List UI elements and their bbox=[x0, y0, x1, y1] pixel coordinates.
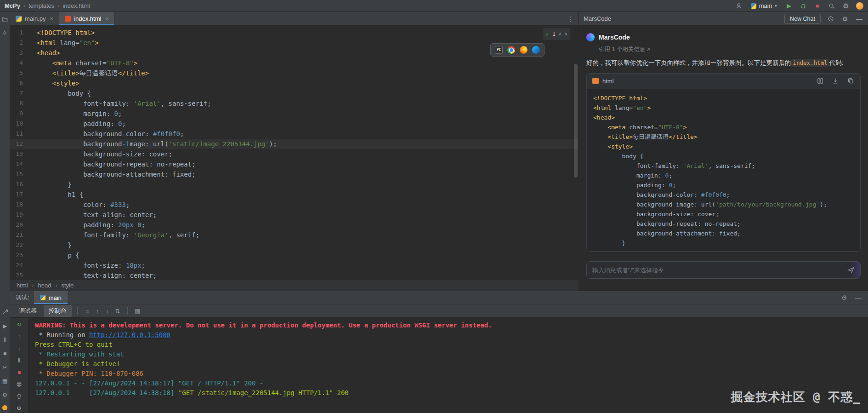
scrollbar[interactable] bbox=[574, 64, 578, 178]
code-line-21[interactable]: 21 font-family: 'Georgia', serif; bbox=[10, 230, 579, 240]
code-line-18[interactable]: 18 color: #333; bbox=[10, 200, 579, 210]
code-line-24[interactable]: 24 font-size: 18px; bbox=[10, 260, 579, 270]
history-icon[interactable] bbox=[827, 15, 835, 23]
close-icon[interactable]: × bbox=[50, 15, 54, 22]
debug-session-tab[interactable]: main bbox=[34, 291, 68, 304]
rerun-icon[interactable]: ↻ bbox=[16, 321, 23, 328]
copy-icon[interactable] bbox=[846, 77, 855, 85]
chat-input-field[interactable] bbox=[592, 267, 844, 274]
code-line-7[interactable]: 7 body { bbox=[10, 88, 579, 98]
settings-gear-icon[interactable]: ⚙ bbox=[16, 405, 23, 412]
close-icon[interactable]: × bbox=[105, 15, 109, 22]
code-line-20[interactable]: 20 padding: 20px 0; bbox=[10, 220, 579, 230]
debug-button[interactable] bbox=[799, 2, 807, 10]
pause-icon[interactable]: ‖ bbox=[16, 357, 23, 364]
code-line-11[interactable]: 11 background-color: #f0f0f0; bbox=[10, 129, 579, 139]
reference-link[interactable]: 引用 1 个相关信息 > bbox=[599, 46, 861, 53]
breadcrumb-folder[interactable]: templates bbox=[28, 2, 54, 9]
code-line-13[interactable]: 13 background-size: cover; bbox=[10, 149, 579, 159]
code-line-5[interactable]: 5 <title>每日温馨话语</title> bbox=[10, 68, 579, 78]
code-line-16[interactable]: 16 } bbox=[10, 179, 579, 189]
minimize-icon[interactable]: — bbox=[854, 293, 862, 302]
code-line-15[interactable]: 15 background-attachment: fixed; bbox=[10, 169, 579, 179]
insert-icon[interactable] bbox=[831, 77, 840, 85]
avatar[interactable] bbox=[856, 2, 863, 10]
tab-index-html[interactable]: index.html × bbox=[59, 12, 115, 25]
step-up-icon[interactable]: ↑ bbox=[16, 333, 23, 340]
tab-main-py[interactable]: main.py × bbox=[10, 12, 59, 25]
pause-tool-icon[interactable]: ‖ bbox=[1, 336, 8, 343]
layout-icon[interactable]: ▦ bbox=[133, 307, 142, 315]
scroll-down-icon[interactable]: ↓ bbox=[103, 307, 112, 315]
send-icon[interactable] bbox=[847, 266, 855, 274]
chrome-icon[interactable] bbox=[507, 46, 515, 54]
clear-icon[interactable] bbox=[16, 393, 23, 400]
breadcrumb-style[interactable]: style bbox=[61, 282, 74, 289]
tab-console[interactable]: 控制台 bbox=[44, 305, 72, 317]
code-text: text-align: center; bbox=[26, 210, 157, 220]
package-icon[interactable] bbox=[2, 405, 7, 410]
line-number: 7 bbox=[10, 88, 26, 98]
inspections-widget[interactable]: ✓ 1 ∧ ∨ bbox=[543, 28, 570, 40]
pycharm-preview-icon[interactable]: PC bbox=[495, 46, 503, 54]
line-number: 12 bbox=[10, 139, 26, 149]
snippet-code: <!DOCTYPE html><html lang="en"><head> <m… bbox=[587, 89, 860, 251]
grid-icon[interactable]: ▦ bbox=[1, 378, 8, 384]
run-button[interactable]: ▶ bbox=[785, 2, 793, 10]
code-line-9[interactable]: 9 margin: 0; bbox=[10, 109, 579, 119]
run-config-selector[interactable]: main ▾ bbox=[749, 1, 779, 10]
code-line-14[interactable]: 14 background-repeat: no-repeat; bbox=[10, 159, 579, 169]
console-output[interactable]: WARNING: This is a development server. D… bbox=[28, 318, 868, 413]
code-line-6[interactable]: 6 <style> bbox=[10, 78, 579, 88]
breadcrumb-head[interactable]: head bbox=[38, 282, 51, 289]
print-icon[interactable] bbox=[16, 381, 23, 388]
stop-icon[interactable]: ■ bbox=[16, 369, 23, 376]
breadcrumb-html[interactable]: html bbox=[17, 282, 28, 289]
firefox-icon[interactable] bbox=[520, 46, 528, 54]
scroll-up-icon[interactable]: ↑ bbox=[93, 307, 102, 315]
search-icon[interactable] bbox=[828, 2, 836, 10]
code-line-8[interactable]: 8 font-family: 'Arial', sans-serif; bbox=[10, 98, 579, 109]
run-tool-icon[interactable]: ▶ bbox=[1, 322, 8, 329]
assistant-name: MarsCode bbox=[599, 34, 630, 41]
settings-gear-icon[interactable]: ⚙ bbox=[842, 2, 850, 10]
step-down-icon[interactable]: ↓ bbox=[16, 345, 23, 352]
code-line-10[interactable]: 10 padding: 0; bbox=[10, 119, 579, 129]
stop-tool-icon[interactable]: ■ bbox=[1, 350, 8, 357]
diff-icon[interactable] bbox=[816, 77, 824, 85]
chat-input[interactable] bbox=[586, 261, 861, 279]
gear-icon[interactable]: ⚙ bbox=[841, 15, 849, 23]
edge-icon[interactable] bbox=[532, 46, 540, 54]
wrench-icon[interactable] bbox=[1, 309, 8, 315]
tab-debugger[interactable]: 调试器 bbox=[14, 305, 42, 317]
chevron-up-icon[interactable]: ∧ bbox=[559, 29, 562, 39]
commit-icon[interactable] bbox=[1, 29, 8, 36]
soft-wrap-icon[interactable]: ≡ bbox=[83, 307, 91, 315]
line-number: 9 bbox=[10, 109, 26, 119]
scroll-to-end-icon[interactable]: ⇅ bbox=[113, 307, 122, 315]
console-link[interactable]: http://127.0.0.1:5000 bbox=[89, 331, 170, 338]
code-line-4[interactable]: 4 <meta charset="UTF-8"> bbox=[10, 58, 579, 68]
project-icon[interactable] bbox=[1, 16, 8, 23]
code-editor[interactable]: 1<!DOCTYPE html>2<html lang="en">3<head>… bbox=[10, 26, 579, 280]
code-line-19[interactable]: 19 text-align: center; bbox=[10, 210, 579, 220]
code-line-25[interactable]: 25 text-align: center; bbox=[10, 270, 579, 280]
code-line-23[interactable]: 23 p { bbox=[10, 250, 579, 260]
gear-icon[interactable]: ⚙ bbox=[840, 293, 848, 302]
users-icon[interactable] bbox=[735, 2, 743, 10]
scissors-icon[interactable]: ✂ bbox=[1, 364, 8, 371]
code-line-17[interactable]: 17 h1 { bbox=[10, 189, 579, 200]
tool-window-title: 调试: bbox=[16, 291, 29, 304]
new-chat-button[interactable]: New Chat bbox=[784, 14, 821, 24]
gear-icon[interactable]: ⚙ bbox=[1, 391, 8, 398]
breadcrumb-file[interactable]: index.html bbox=[62, 2, 90, 9]
code-line-1[interactable]: 1<!DOCTYPE html> bbox=[10, 28, 579, 38]
more-options-icon[interactable]: ⋮ bbox=[563, 12, 579, 25]
minimize-icon[interactable]: — bbox=[855, 15, 863, 23]
stop-button[interactable]: ■ bbox=[813, 2, 822, 10]
code-line-12[interactable]: 12 background-image: url('static/image_2… bbox=[10, 139, 579, 149]
snippet-line: <meta charset="UTF-8"> bbox=[593, 122, 854, 132]
chevron-down-icon[interactable]: ∨ bbox=[565, 29, 567, 39]
project-name[interactable]: McPy bbox=[5, 2, 20, 9]
code-line-22[interactable]: 22 } bbox=[10, 240, 579, 250]
